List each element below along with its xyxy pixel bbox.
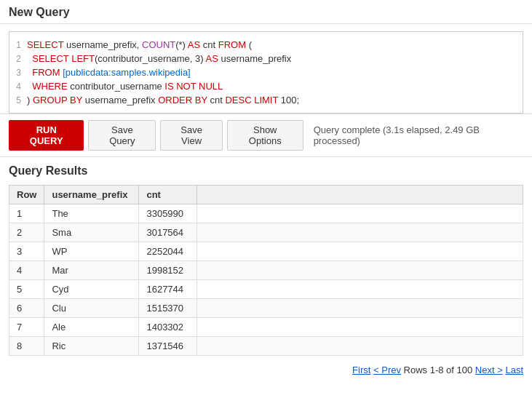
cell-empty — [197, 299, 523, 318]
cell-cnt: 3305990 — [139, 204, 197, 223]
pagination: First < Prev Rows 1-8 of 100 Next > Last — [0, 359, 532, 381]
cell-row: 2 — [9, 223, 44, 242]
line-content: FROM [publicdata:samples.wikipedia] — [27, 66, 523, 79]
table-row: 6 Clu 1515370 — [9, 299, 523, 318]
cell-prefix: The — [44, 204, 139, 223]
col-header-cnt: cnt — [139, 186, 197, 204]
table-row: 2 Sma 3017564 — [9, 223, 523, 242]
cell-empty — [197, 280, 523, 299]
cell-prefix: Clu — [44, 299, 139, 318]
cell-empty — [197, 337, 523, 356]
line-content: SELECT LEFT(contributor_username, 3) AS … — [27, 52, 523, 65]
pagination-last[interactable]: Last — [505, 365, 523, 375]
run-query-button[interactable]: RUN QUERY — [9, 120, 84, 151]
table-row: 7 Ale 1403302 — [9, 318, 523, 337]
cell-prefix: Ale — [44, 318, 139, 337]
cell-prefix: Cyd — [44, 280, 139, 299]
cell-empty — [197, 223, 523, 242]
line-number: 1 — [9, 40, 27, 50]
table-row: 4 Mar 1998152 — [9, 261, 523, 280]
code-line: 4 WHERE contributor_username IS NOT NULL — [9, 79, 523, 93]
code-line: 5) GROUP BY username_prefix ORDER BY cnt… — [9, 93, 523, 107]
col-header-prefix: username_prefix — [44, 186, 139, 204]
cell-row: 7 — [9, 318, 44, 337]
cell-row: 6 — [9, 299, 44, 318]
cell-row: 4 — [9, 261, 44, 280]
line-number: 5 — [9, 95, 27, 106]
code-editor[interactable]: 1SELECT username_prefix, COUNT(*) AS cnt… — [9, 31, 523, 114]
line-content: ) GROUP BY username_prefix ORDER BY cnt … — [27, 94, 523, 106]
save-query-button[interactable]: Save Query — [88, 120, 156, 151]
code-line: 3 FROM [publicdata:samples.wikipedia] — [9, 65, 523, 79]
line-number: 3 — [9, 68, 27, 78]
line-content: WHERE contributor_username IS NOT NULL — [27, 80, 523, 92]
query-status: Query complete (3.1s elapsed, 2.49 GB pr… — [314, 124, 523, 146]
results-section: Query Results Row username_prefix cnt 1 … — [0, 157, 532, 359]
cell-empty — [197, 318, 523, 337]
pagination-info: Rows 1-8 of 100 — [404, 365, 475, 375]
cell-cnt: 1627744 — [139, 280, 197, 299]
table-row: 3 WP 2252044 — [9, 242, 523, 261]
cell-cnt: 2252044 — [139, 242, 197, 261]
cell-prefix: Sma — [44, 223, 139, 242]
line-number: 4 — [9, 81, 27, 92]
pagination-prev[interactable]: < Prev — [373, 365, 401, 375]
cell-cnt: 1371546 — [139, 337, 197, 356]
page-title: New Query — [9, 6, 70, 18]
cell-prefix: Ric — [44, 337, 139, 356]
col-header-extra — [197, 186, 523, 204]
pagination-first[interactable]: First — [352, 365, 370, 375]
table-row: 5 Cyd 1627744 — [9, 280, 523, 299]
save-view-button[interactable]: Save View — [160, 120, 223, 151]
cell-empty — [197, 204, 523, 223]
code-line: 2 SELECT LEFT(contributor_username, 3) A… — [9, 52, 523, 65]
cell-row: 3 — [9, 242, 44, 261]
cell-cnt: 1403302 — [139, 318, 197, 337]
cell-prefix: Mar — [44, 261, 139, 280]
results-table: Row username_prefix cnt 1 The 3305990 2 … — [9, 185, 523, 356]
show-options-button[interactable]: Show Options — [227, 120, 303, 151]
code-line: 1SELECT username_prefix, COUNT(*) AS cnt… — [9, 38, 523, 52]
cell-empty — [197, 242, 523, 261]
cell-cnt: 1515370 — [139, 299, 197, 318]
cell-row: 5 — [9, 280, 44, 299]
toolbar: RUN QUERY Save Query Save View Show Opti… — [0, 114, 532, 157]
table-header: Row username_prefix cnt — [9, 186, 523, 204]
cell-prefix: WP — [44, 242, 139, 261]
page-header: New Query — [0, 0, 532, 24]
cell-row: 8 — [9, 337, 44, 356]
results-title: Query Results — [9, 164, 523, 178]
line-content: SELECT username_prefix, COUNT(*) AS cnt … — [27, 39, 523, 51]
pagination-next[interactable]: Next > — [475, 365, 503, 375]
line-number: 2 — [9, 54, 27, 64]
cell-row: 1 — [9, 204, 44, 223]
cell-cnt: 1998152 — [139, 261, 197, 280]
col-header-row: Row — [9, 186, 44, 204]
cell-cnt: 3017564 — [139, 223, 197, 242]
cell-empty — [197, 261, 523, 280]
table-row: 8 Ric 1371546 — [9, 337, 523, 356]
table-body: 1 The 3305990 2 Sma 3017564 3 WP 2252044… — [9, 204, 523, 356]
table-row: 1 The 3305990 — [9, 204, 523, 223]
